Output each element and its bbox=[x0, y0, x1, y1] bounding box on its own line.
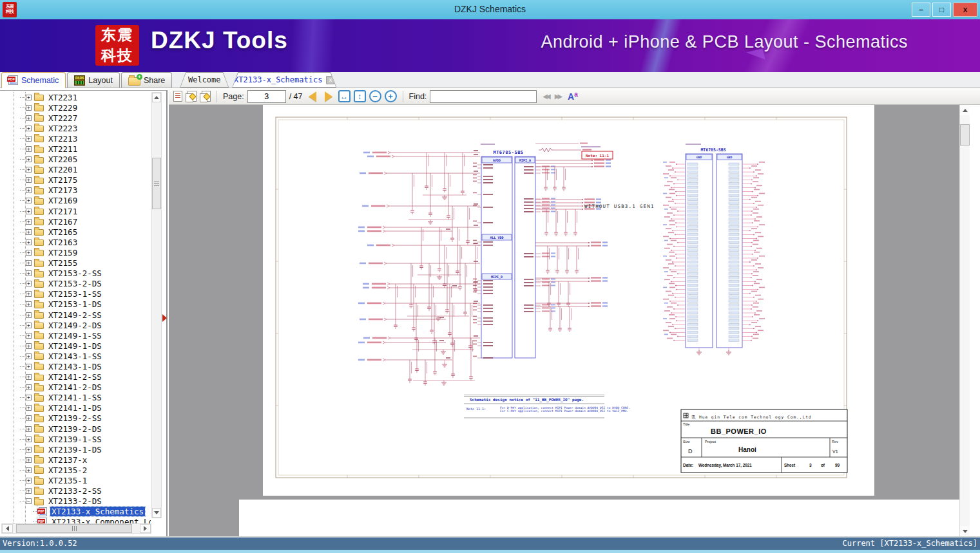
expand-icon[interactable]: + bbox=[26, 405, 32, 411]
expand-icon[interactable]: + bbox=[26, 415, 32, 421]
tree-row[interactable]: +XT2159 bbox=[1, 247, 151, 258]
tree-row[interactable]: +XT2211 bbox=[1, 144, 151, 154]
tree-folder-label[interactable]: XT2173 bbox=[47, 185, 79, 195]
tree-folder-label[interactable]: XT2163 bbox=[47, 238, 79, 247]
tree-row[interactable]: +XT2165 bbox=[1, 227, 151, 237]
expand-icon[interactable]: + bbox=[26, 198, 32, 203]
tree-folder-label[interactable]: XT2201 bbox=[47, 165, 79, 174]
tree-row[interactable]: +XT2135-2 bbox=[1, 465, 151, 475]
expand-icon[interactable]: + bbox=[26, 167, 32, 173]
expand-icon[interactable]: + bbox=[26, 95, 32, 100]
tree-folder-label[interactable]: XT2143-1-DS bbox=[47, 362, 103, 371]
tree-row[interactable]: +XT2139-2-SS bbox=[1, 413, 151, 424]
tree-row[interactable]: +XT2141-1-SS bbox=[1, 393, 151, 403]
next-page-button[interactable] bbox=[325, 91, 332, 102]
tree-folder-label[interactable]: XT2153-1-DS bbox=[47, 299, 103, 309]
tree-folder-label[interactable]: XT2133-2-DS bbox=[47, 496, 103, 506]
tree-folder-label[interactable]: XT2227 bbox=[47, 113, 79, 123]
next-view-icon[interactable] bbox=[202, 91, 211, 102]
tree-folder-label[interactable]: XT2149-1-SS bbox=[47, 331, 103, 341]
tree-folder-label[interactable]: XT2137-x bbox=[47, 455, 88, 465]
tree-hscroll-thumb[interactable] bbox=[16, 524, 132, 533]
expand-icon[interactable]: + bbox=[26, 467, 32, 473]
tree-folder-label[interactable]: XT2165 bbox=[47, 227, 79, 237]
expand-icon[interactable]: + bbox=[26, 136, 32, 142]
tree-row[interactable]: +XT2149-1-DS bbox=[1, 341, 151, 351]
expand-icon[interactable]: + bbox=[26, 457, 32, 463]
tree-folder-label[interactable]: XT2231 bbox=[47, 93, 79, 102]
expand-icon[interactable]: + bbox=[26, 156, 32, 162]
tree-folder-label[interactable]: XT2135-2 bbox=[47, 465, 88, 475]
expand-icon[interactable]: + bbox=[26, 219, 32, 225]
minimize-button[interactable]: – bbox=[912, 3, 930, 17]
tree-folder-label[interactable]: XT2133-2-SS bbox=[47, 486, 103, 496]
scroll-up-icon[interactable] bbox=[152, 93, 161, 102]
tree-row[interactable]: +XT2141-2-SS bbox=[1, 372, 151, 382]
tree-row[interactable]: +XT2143-1-SS bbox=[1, 351, 151, 361]
tree-row[interactable]: +XT2201 bbox=[1, 165, 151, 175]
tree-folder-label[interactable]: XT2143-1-SS bbox=[47, 351, 103, 361]
tree-folder-label[interactable]: XT2211 bbox=[47, 144, 79, 154]
expand-icon[interactable]: + bbox=[26, 270, 32, 276]
tree-row[interactable]: +XT2173 bbox=[1, 185, 151, 196]
tree-folder-label[interactable]: XT2155 bbox=[47, 258, 79, 268]
viewer-vscroll-thumb[interactable] bbox=[960, 124, 970, 145]
tree-folder-label[interactable]: XT2149-1-DS bbox=[47, 341, 103, 351]
tree-folder-label[interactable]: XT2153-1-SS bbox=[47, 289, 103, 299]
tree-folder-label[interactable]: XT2141-2-DS bbox=[47, 382, 103, 392]
tree-folder-label[interactable]: XT2169 bbox=[47, 196, 79, 205]
tree-vertical-scrollbar[interactable] bbox=[151, 92, 162, 518]
tree-row[interactable]: +XT2139-1-DS bbox=[1, 444, 151, 455]
tree-row[interactable]: +XT2139-2-DS bbox=[1, 424, 151, 434]
expand-icon[interactable]: + bbox=[26, 281, 32, 286]
page-thumbnail-icon[interactable] bbox=[173, 91, 182, 102]
tree-row[interactable]: PDFXT2133-x_Component_Locati bbox=[1, 517, 151, 523]
expand-icon[interactable]: + bbox=[26, 146, 32, 152]
tree-folder-label[interactable]: XT2159 bbox=[47, 248, 79, 258]
tree-horizontal-scrollbar[interactable] bbox=[1, 523, 151, 534]
tree-folder-label[interactable]: XT2149-2-DS bbox=[47, 321, 103, 330]
tree-folder-label[interactable]: XT2205 bbox=[47, 155, 79, 164]
expand-icon[interactable]: + bbox=[26, 426, 32, 432]
tab-document[interactable]: XT2133-x_Schematics x bbox=[232, 72, 336, 88]
tree-row[interactable]: +XT2149-2-DS bbox=[1, 320, 151, 330]
fit-page-button[interactable]: ↕ bbox=[354, 90, 366, 102]
tree-row[interactable]: +XT2231 bbox=[1, 92, 151, 102]
tree-row[interactable]: +XT2139-1-SS bbox=[1, 434, 151, 444]
tree-row[interactable]: +XT2155 bbox=[1, 258, 151, 268]
scroll-down-icon[interactable] bbox=[960, 526, 970, 536]
scroll-right-icon[interactable] bbox=[140, 524, 151, 533]
scroll-left-icon[interactable] bbox=[2, 524, 13, 533]
expand-icon[interactable]: + bbox=[26, 301, 32, 307]
zoom-out-button[interactable]: − bbox=[369, 90, 381, 102]
collapse-icon[interactable]: − bbox=[26, 498, 32, 504]
previous-page-button[interactable] bbox=[309, 91, 316, 102]
expand-icon[interactable]: + bbox=[26, 115, 32, 121]
tree-row[interactable]: +XT2171 bbox=[1, 206, 151, 216]
expand-icon[interactable]: + bbox=[26, 343, 32, 349]
expand-icon[interactable]: + bbox=[26, 187, 32, 193]
tree-row[interactable]: +XT2141-2-DS bbox=[1, 382, 151, 393]
expand-icon[interactable]: + bbox=[26, 447, 32, 453]
tree-row[interactable]: +XT2153-1-DS bbox=[1, 299, 151, 310]
tab-welcome[interactable]: Welcome bbox=[180, 72, 229, 88]
tree-document-label[interactable]: XT2133-x_Component_Locati bbox=[50, 517, 151, 523]
expand-icon[interactable]: + bbox=[26, 478, 32, 483]
tree-row[interactable]: +XT2167 bbox=[1, 216, 151, 227]
tree-folder-label[interactable]: XT2139-2-SS bbox=[47, 413, 103, 423]
document-viewer[interactable]: MT6785-SBSAVDDMIPI_AALL VDDMIPI_DNote: 1… bbox=[169, 105, 970, 536]
expand-icon[interactable]: + bbox=[26, 312, 32, 318]
expand-icon[interactable]: + bbox=[26, 384, 32, 390]
tree-folder-label[interactable]: XT2141-1-DS bbox=[47, 403, 103, 413]
prev-view-icon[interactable] bbox=[187, 91, 197, 102]
expand-icon[interactable]: + bbox=[26, 333, 32, 339]
tree-folder-label[interactable]: XT2223 bbox=[47, 124, 79, 133]
tree-folder-label[interactable]: XT2139-2-DS bbox=[47, 424, 103, 434]
tree-row[interactable]: +XT2229 bbox=[1, 102, 151, 113]
tree-folder-label[interactable]: XT2167 bbox=[47, 217, 79, 227]
tree-row[interactable]: +XT2135-1 bbox=[1, 475, 151, 485]
expand-icon[interactable]: + bbox=[26, 436, 32, 442]
tree-row[interactable]: +XT2153-1-SS bbox=[1, 289, 151, 299]
tree-folder-label[interactable]: XT2213 bbox=[47, 134, 79, 144]
scroll-down-icon[interactable] bbox=[152, 508, 161, 518]
